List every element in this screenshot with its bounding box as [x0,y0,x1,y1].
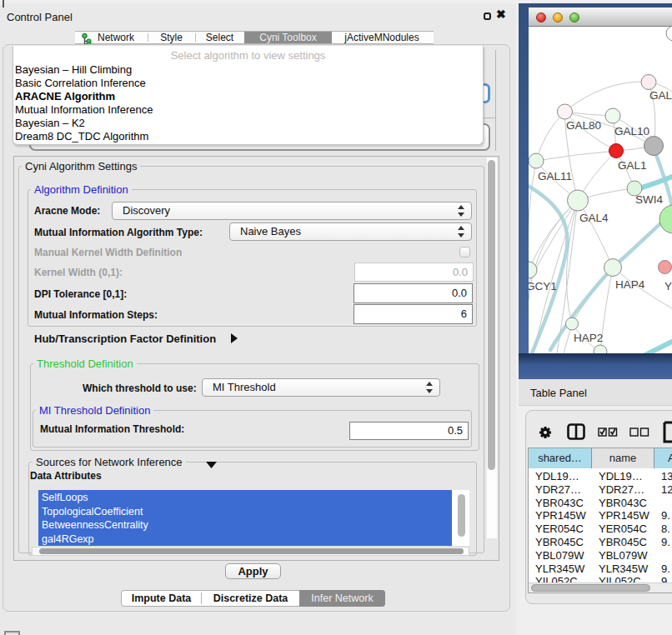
svg-text:HAP2: HAP2 [574,332,603,344]
svg-text:SWI4: SWI4 [635,193,663,206]
svg-text:Y: Y [664,280,672,292]
svg-text:GAL4: GAL4 [579,212,609,224]
svg-text:HAP4: HAP4 [615,278,645,291]
svg-text:GAL: GAL [649,89,672,102]
svg-text:GCY1: GCY1 [529,280,557,292]
svg-text:GAL80: GAL80 [566,119,601,132]
svg-text:GAL11: GAL11 [538,170,572,182]
svg-text:GAL10: GAL10 [614,125,649,138]
svg-text:GAL1: GAL1 [618,159,647,172]
